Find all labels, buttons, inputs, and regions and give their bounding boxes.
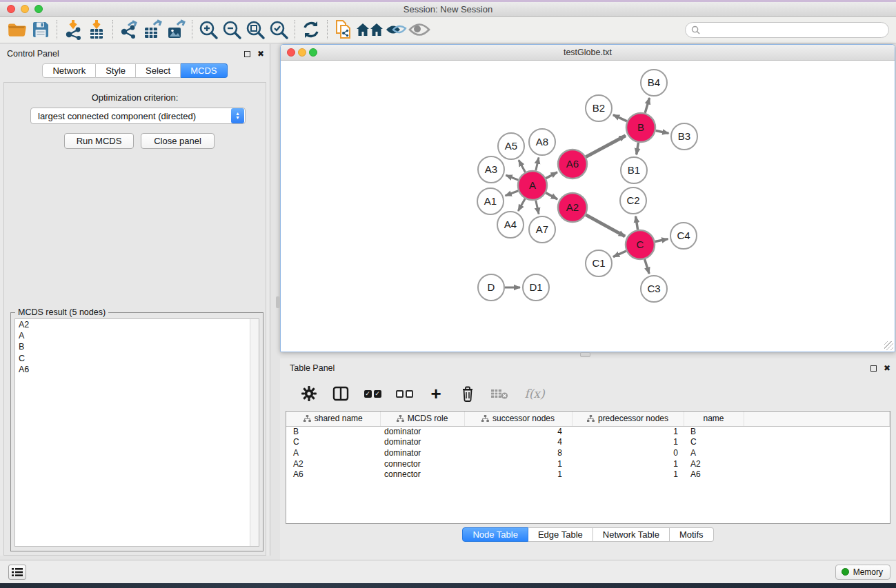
splitter-grip-horizontal[interactable]: [580, 352, 590, 357]
delete-table-button[interactable]: [487, 382, 512, 405]
graph-edge-A-A4[interactable]: [518, 199, 525, 211]
column-header[interactable]: predecessor nodes: [572, 412, 684, 426]
graph-node-A2[interactable]: A2: [558, 193, 587, 222]
close-panel-button[interactable]: Close panel: [141, 133, 215, 149]
graph-edge-B-B4[interactable]: [645, 98, 649, 113]
graph-node-A3[interactable]: A3: [478, 156, 504, 183]
graph-node-B[interactable]: B: [626, 113, 655, 142]
graph-node-C[interactable]: C: [626, 230, 655, 259]
tab-node-table[interactable]: Node Table: [462, 527, 528, 542]
graph-edge-B-B2[interactable]: [613, 115, 627, 121]
close-panel-icon[interactable]: ✖: [257, 50, 264, 57]
select-all-button[interactable]: ✓ ✓: [360, 382, 385, 405]
delete-selected-button[interactable]: [455, 382, 480, 405]
app-titlebar[interactable]: Session: New Session: [0, 2, 896, 17]
tab-mcds[interactable]: MCDS: [181, 63, 227, 78]
birds-eye-view-button[interactable]: [408, 19, 431, 41]
table-settings-button[interactable]: [297, 382, 321, 405]
import-network-button[interactable]: [61, 19, 85, 41]
create-column-button[interactable]: +: [424, 382, 448, 405]
column-header[interactable]: successor nodes: [464, 412, 572, 426]
float-panel-icon[interactable]: [244, 51, 250, 57]
graph-node-C3[interactable]: C3: [641, 276, 667, 302]
graph-edge-C-C3[interactable]: [645, 259, 650, 274]
table-row[interactable]: Cdominator41C: [286, 437, 890, 448]
graph-node-B3[interactable]: B3: [671, 123, 697, 150]
graph-node-B2[interactable]: B2: [586, 95, 612, 121]
graph-edge-C-C4[interactable]: [655, 239, 668, 242]
graph-edge-B-B3[interactable]: [656, 130, 669, 133]
first-neighbors-button[interactable]: [355, 19, 384, 41]
graph-node-A7[interactable]: A7: [529, 216, 555, 243]
graph-node-D[interactable]: D: [478, 274, 504, 301]
criterion-dropdown[interactable]: largest connected component (directed) ▲…: [30, 108, 246, 124]
column-header[interactable]: MCDS role: [380, 412, 464, 426]
graph-edge-C-C2[interactable]: [636, 216, 638, 230]
graph-node-B1[interactable]: B1: [621, 157, 647, 183]
run-mcds-button[interactable]: Run MCDS: [64, 133, 134, 149]
window-resize-grip[interactable]: [884, 341, 893, 350]
graph-node-D1[interactable]: D1: [523, 274, 549, 301]
graph-edge-A-A8[interactable]: [536, 157, 539, 170]
export-image-button[interactable]: [164, 19, 188, 41]
graph-edge-A-A1[interactable]: [506, 191, 519, 196]
clone-network-button[interactable]: [332, 19, 355, 41]
graph-edge-A6-B[interactable]: [586, 136, 626, 157]
show-panels-button[interactable]: [8, 565, 26, 580]
column-header[interactable]: shared name: [286, 412, 380, 426]
open-session-button[interactable]: [6, 19, 29, 41]
memory-button[interactable]: Memory: [835, 565, 890, 580]
graph-node-A1[interactable]: A1: [477, 188, 504, 214]
mcds-result-item[interactable]: A2: [15, 319, 259, 330]
network-view-window[interactable]: testGlobe.txt B4B2BB3A8A5A6A3B1AC2A1A2A4…: [280, 44, 895, 352]
splitter-grip-vertical[interactable]: [276, 296, 280, 308]
tab-select[interactable]: Select: [136, 63, 181, 78]
tab-edge-table[interactable]: Edge Table: [528, 527, 593, 542]
zoom-fit-button[interactable]: [243, 19, 267, 41]
function-builder-button[interactable]: f(x): [519, 382, 550, 405]
graph-node-B4[interactable]: B4: [641, 70, 667, 96]
show-columns-button[interactable]: [328, 382, 353, 405]
graph-edge-A-A3[interactable]: [506, 175, 518, 180]
graph-node-A8[interactable]: A8: [529, 129, 555, 155]
zoom-selected-button[interactable]: [267, 19, 290, 41]
mcds-result-list[interactable]: A2ABCA6: [14, 318, 259, 547]
graph-node-A[interactable]: A: [518, 171, 547, 200]
export-network-button[interactable]: [117, 19, 141, 41]
mcds-result-item[interactable]: A6: [15, 364, 259, 375]
graph-node-A4[interactable]: A4: [497, 212, 524, 238]
scrollbar-track[interactable]: [250, 319, 259, 546]
tab-motifs[interactable]: Motifs: [670, 527, 714, 542]
zoom-out-button[interactable]: [220, 19, 243, 41]
table-row[interactable]: Adominator80A: [286, 447, 890, 458]
mcds-result-item[interactable]: B: [15, 341, 259, 352]
mcds-result-item[interactable]: A: [15, 330, 259, 341]
tab-network-table[interactable]: Network Table: [593, 527, 670, 542]
zoom-in-button[interactable]: [197, 19, 220, 41]
graph-edge-A-A7[interactable]: [536, 200, 539, 214]
column-header[interactable]: name: [684, 412, 744, 426]
import-table-button[interactable]: [85, 19, 108, 41]
deselect-all-button[interactable]: [392, 382, 417, 405]
graph-node-C2[interactable]: C2: [620, 187, 646, 214]
graph-edge-C-C1[interactable]: [613, 251, 626, 257]
node-table[interactable]: shared nameMCDS rolesuccessor nodesprede…: [286, 411, 890, 524]
table-row[interactable]: A6connector11A6: [286, 469, 890, 480]
table-row[interactable]: Bdominator41B: [286, 426, 890, 437]
save-session-button[interactable]: [29, 19, 52, 41]
graph-edge-A-A2[interactable]: [546, 193, 557, 199]
graph-node-A6[interactable]: A6: [558, 150, 587, 179]
export-table-button[interactable]: [141, 19, 164, 41]
graph-edge-A-A6[interactable]: [546, 172, 557, 179]
graph-node-A5[interactable]: A5: [498, 133, 524, 159]
network-canvas[interactable]: B4B2BB3A8A5A6A3B1AC2A1A2A4A7C4CC1DD1C3: [281, 61, 895, 352]
tab-network[interactable]: Network: [42, 63, 96, 78]
network-window-titlebar[interactable]: testGlobe.txt: [281, 45, 895, 61]
graph-edge-A-A5[interactable]: [519, 160, 526, 172]
graph-node-C1[interactable]: C1: [586, 250, 612, 276]
refresh-view-button[interactable]: [299, 19, 323, 41]
tab-style[interactable]: Style: [96, 63, 136, 78]
float-panel-icon[interactable]: [870, 365, 877, 372]
mcds-result-item[interactable]: C: [15, 353, 259, 364]
table-row[interactable]: A2connector11A2: [286, 458, 890, 469]
